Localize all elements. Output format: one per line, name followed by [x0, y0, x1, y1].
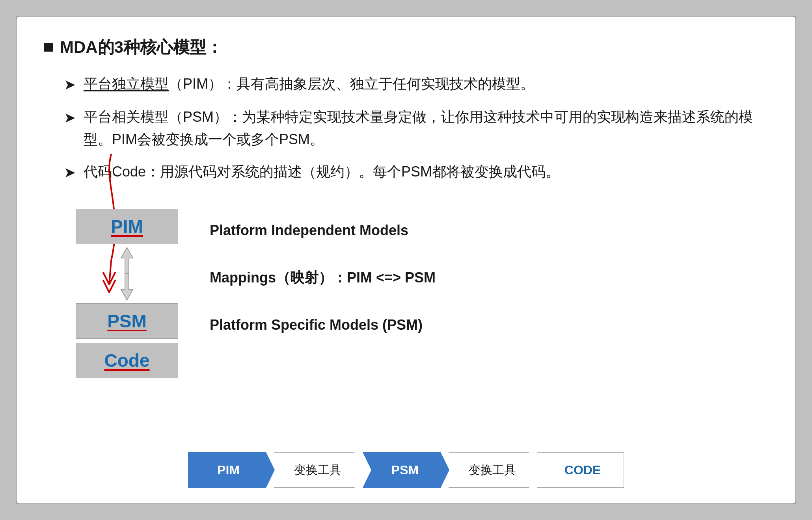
- pim-box-label: PIM: [111, 216, 143, 237]
- flow-bar: PIM 变换工具 PSM 变换工具 CODE: [44, 444, 768, 488]
- svg-marker-1: [121, 274, 133, 300]
- flow-item-psm: PSM: [363, 452, 449, 488]
- arrow-bullet-pim: ➤: [64, 73, 76, 96]
- flow-tool1-shape: 变换工具: [274, 452, 363, 488]
- flow-item-tool2: 变换工具: [449, 452, 538, 488]
- code-text: 代码Code：用源代码对系统的描述（规约）。每个PSM都将被变换成代码。: [84, 160, 560, 183]
- flow-psm-label: PSM: [391, 463, 419, 477]
- slide: MDA的3种核心模型： ➤ 平台独立模型（PIM）：具有高抽象层次、独立于任何实…: [16, 16, 796, 504]
- boxes-column: PIM PSM Code: [76, 209, 178, 378]
- pim-label: Platform Independent Models: [210, 213, 436, 248]
- arrow-bullet-code: ➤: [64, 161, 76, 184]
- psm-box: PSM: [76, 303, 178, 339]
- flow-psm-shape: PSM: [363, 452, 449, 488]
- psm-text: 平台相关模型（PSM）：为某种特定实现技术量身定做，让你用这种技术中可用的实现构…: [84, 106, 768, 151]
- flow-tool2-label: 变换工具: [469, 462, 516, 478]
- flow-pim-shape: PIM: [188, 452, 275, 488]
- list-item-pim: ➤ 平台独立模型（PIM）：具有高抽象层次、独立于任何实现技术的模型。: [64, 72, 768, 96]
- header-text: MDA的3种核心模型：: [60, 36, 223, 58]
- psm-label: Platform Specific Models (PSM): [210, 307, 436, 343]
- list-item-psm: ➤ 平台相关模型（PSM）：为某种特定实现技术量身定做，让你用这种技术中可用的实…: [64, 106, 768, 151]
- labels-column: Platform Independent Models Mappings（映射）…: [210, 209, 436, 343]
- pim-box: PIM: [76, 209, 178, 244]
- psm-box-label: PSM: [107, 310, 147, 332]
- bullet-list: ➤ 平台独立模型（PIM）：具有高抽象层次、独立于任何实现技术的模型。 ➤ 平台…: [44, 72, 768, 193]
- mapping-label: Mappings（映射）：PIM <=> PSM: [210, 248, 436, 307]
- header-line: MDA的3种核心模型：: [44, 36, 768, 58]
- diagram-section: PIM PSM Code Platform Independent Mode: [76, 209, 768, 425]
- svg-marker-0: [121, 247, 133, 274]
- double-arrow-svg: [111, 244, 143, 303]
- pim-text: 平台独立模型（PIM）：具有高抽象层次、独立于任何实现技术的模型。: [84, 72, 535, 95]
- flow-code-shape: CODE: [537, 452, 624, 488]
- list-item-code: ➤ 代码Code：用源代码对系统的描述（规约）。每个PSM都将被变换成代码。: [64, 160, 768, 184]
- flow-tool1-label: 变换工具: [294, 462, 341, 478]
- flow-item-code: CODE: [537, 452, 624, 488]
- flow-item-tool1: 变换工具: [274, 452, 363, 488]
- code-box: Code: [76, 343, 178, 378]
- flow-pim-label: PIM: [217, 463, 240, 477]
- flow-item-pim: PIM: [188, 452, 275, 488]
- code-box-label: Code: [104, 350, 150, 371]
- pim-underlined: 平台独立模型: [84, 76, 169, 92]
- flow-tool2-shape: 变换工具: [449, 452, 538, 488]
- arrow-bullet-psm: ➤: [64, 106, 76, 129]
- flow-code-label: CODE: [564, 463, 601, 477]
- header-bullet: [44, 43, 53, 52]
